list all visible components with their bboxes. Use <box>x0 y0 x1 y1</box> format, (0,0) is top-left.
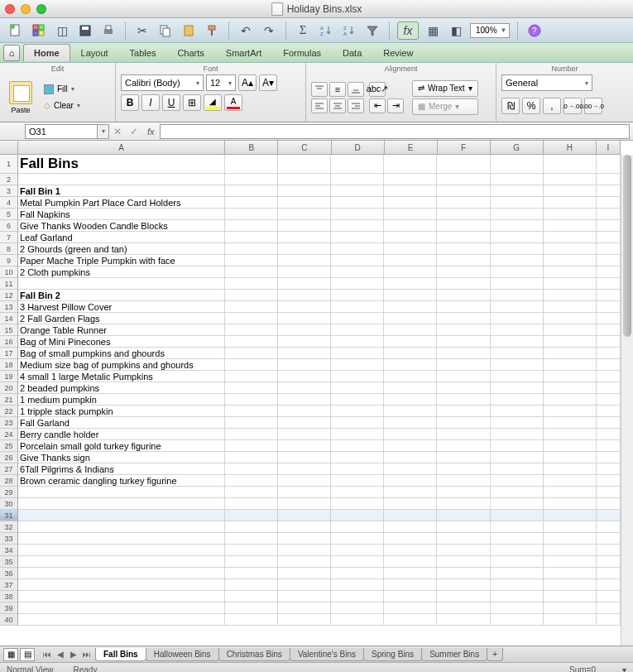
cell[interactable] <box>331 475 384 486</box>
cell[interactable] <box>544 255 597 266</box>
cell[interactable] <box>491 556 544 567</box>
cell[interactable] <box>384 487 437 497</box>
cell[interactable] <box>331 371 384 382</box>
decrease-indent-button[interactable]: ⇤ <box>369 98 386 113</box>
row-header[interactable]: 33 <box>0 533 17 545</box>
cell[interactable] <box>384 243 437 254</box>
cell[interactable] <box>597 498 621 509</box>
cell[interactable] <box>384 510 437 521</box>
ribbon-tab-review[interactable]: Review <box>372 44 424 61</box>
cell[interactable] <box>491 406 544 416</box>
cell[interactable] <box>544 290 597 300</box>
cell[interactable] <box>225 371 278 382</box>
save-icon[interactable] <box>76 22 94 40</box>
cell[interactable] <box>384 174 437 185</box>
cell[interactable] <box>225 394 278 405</box>
cell[interactable] <box>225 290 278 300</box>
cell[interactable] <box>278 255 331 266</box>
sheet-tab[interactable]: Halloween Bins <box>146 648 219 661</box>
cell[interactable] <box>278 406 331 416</box>
row-header[interactable]: 40 <box>0 614 17 626</box>
cell[interactable] <box>331 521 384 532</box>
cell[interactable] <box>278 545 331 555</box>
cell[interactable] <box>331 359 384 370</box>
cell[interactable] <box>331 568 384 578</box>
cell[interactable]: 4 small 1 large Metalic Pumpkins <box>18 371 225 382</box>
cell[interactable] <box>491 174 544 185</box>
cell[interactable] <box>331 255 384 266</box>
merge-button[interactable]: ▦ Merge ▾ <box>412 98 478 115</box>
cell[interactable] <box>597 255 621 266</box>
cell[interactable] <box>18 545 225 555</box>
cell[interactable] <box>437 521 490 532</box>
print-icon[interactable] <box>99 22 117 40</box>
cell[interactable] <box>544 197 597 208</box>
cell[interactable] <box>225 359 278 370</box>
cell[interactable] <box>597 313 621 324</box>
cell[interactable] <box>278 591 331 602</box>
cell[interactable] <box>331 406 384 416</box>
cell[interactable] <box>544 313 597 324</box>
cell[interactable] <box>384 429 437 439</box>
cell[interactable] <box>278 417 331 428</box>
cell[interactable] <box>491 243 544 254</box>
cell[interactable] <box>384 545 437 555</box>
cell[interactable] <box>278 290 331 300</box>
cell[interactable] <box>384 533 437 544</box>
align-center-button[interactable] <box>329 98 346 113</box>
cell[interactable] <box>437 545 490 555</box>
cell[interactable] <box>278 579 331 590</box>
cell[interactable] <box>225 313 278 324</box>
cell[interactable] <box>491 313 544 324</box>
cell[interactable] <box>225 197 278 208</box>
cell[interactable] <box>18 533 225 544</box>
cell[interactable] <box>331 614 384 625</box>
cell[interactable] <box>491 602 544 613</box>
cell[interactable] <box>384 324 437 335</box>
cell[interactable] <box>491 255 544 266</box>
cell[interactable] <box>437 498 490 509</box>
autosum-icon[interactable]: Σ <box>294 22 312 40</box>
cell[interactable]: Berry candle holder <box>18 429 225 439</box>
cell[interactable] <box>278 614 331 625</box>
cell[interactable] <box>491 614 544 625</box>
cell[interactable] <box>544 382 597 393</box>
row-header[interactable]: 11 <box>0 278 17 290</box>
cell[interactable] <box>331 220 384 231</box>
cell[interactable] <box>544 406 597 416</box>
cell[interactable] <box>597 568 621 578</box>
cell[interactable] <box>437 614 490 625</box>
ribbon-tab-layout[interactable]: Layout <box>70 44 119 61</box>
row-header[interactable]: 25 <box>0 440 17 452</box>
column-header[interactable]: I <box>597 141 621 154</box>
cell[interactable] <box>225 417 278 428</box>
sheet-tab[interactable]: Christmas Bins <box>218 648 290 661</box>
align-top-button[interactable] <box>311 82 328 97</box>
row-header[interactable]: 8 <box>0 243 17 255</box>
cell[interactable] <box>225 591 278 602</box>
cell[interactable] <box>278 602 331 613</box>
cell[interactable] <box>544 278 597 289</box>
cell[interactable] <box>331 498 384 509</box>
fill-color-button[interactable]: ◢ <box>204 94 222 111</box>
cell[interactable] <box>278 452 331 463</box>
cell[interactable] <box>437 487 490 497</box>
cell[interactable] <box>384 406 437 416</box>
cell[interactable] <box>491 463 544 474</box>
cell[interactable] <box>278 556 331 567</box>
cancel-formula-icon[interactable]: ✕ <box>109 124 126 139</box>
cell[interactable] <box>597 155 621 173</box>
cell[interactable] <box>331 510 384 521</box>
cell[interactable] <box>491 591 544 602</box>
cell[interactable]: Porcelain small gold turkey figurine <box>18 440 225 451</box>
cell[interactable] <box>437 556 490 567</box>
cell[interactable] <box>597 278 621 289</box>
cell[interactable]: Fall Bins <box>18 155 225 173</box>
cell[interactable] <box>437 197 490 208</box>
cell[interactable] <box>18 521 225 532</box>
cell[interactable] <box>544 209 597 219</box>
cell[interactable]: 2 beaded pumpkins <box>18 382 225 393</box>
undo-icon[interactable]: ↶ <box>237 22 255 40</box>
cell[interactable] <box>225 243 278 254</box>
cell[interactable] <box>597 382 621 393</box>
